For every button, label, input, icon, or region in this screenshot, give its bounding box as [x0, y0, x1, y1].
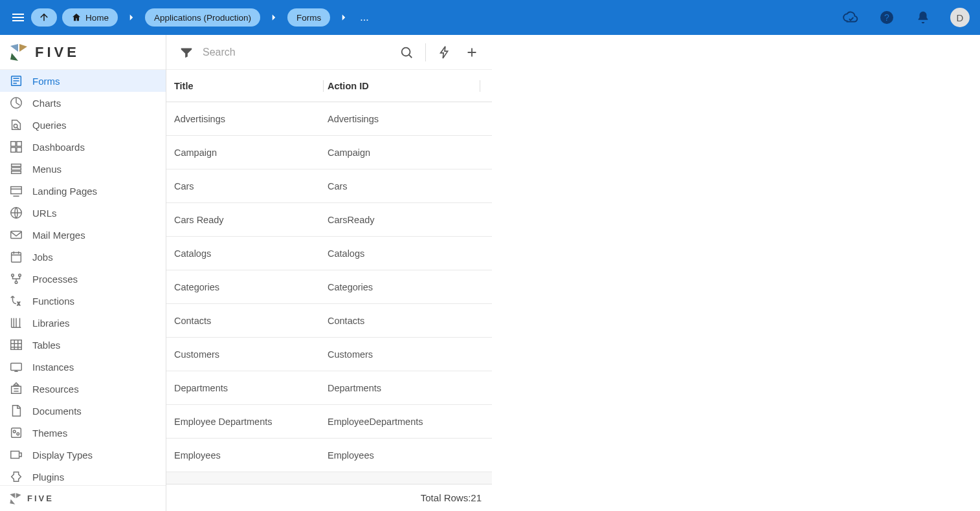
table-row[interactable]: EmployeesEmployees — [166, 439, 492, 472]
svg-rect-28 — [11, 451, 19, 459]
sidebar-item-label: Menus — [32, 164, 61, 175]
sidebar-item-urls[interactable]: URLs — [0, 202, 166, 224]
svg-point-26 — [13, 430, 16, 433]
breadcrumb-ellipsis[interactable]: ... — [357, 12, 371, 23]
list-footer: Total Rows: 21 — [166, 484, 492, 511]
sidebar-item-themes[interactable]: Themes — [0, 422, 166, 444]
footer-logo-text: FIVE — [27, 494, 54, 503]
lightning-icon[interactable] — [434, 41, 456, 63]
column-title[interactable]: Title — [174, 81, 328, 91]
table-row[interactable]: CarsCars — [166, 169, 492, 203]
chevron-right-icon — [335, 12, 352, 23]
sidebar-item-mail-merges[interactable]: Mail Merges — [0, 224, 166, 246]
cell-action-id: Contacts — [328, 316, 484, 326]
cell-title: Catalogs — [174, 248, 328, 259]
app-header: Home Applications (Production) Forms ...… — [0, 0, 980, 35]
list-panel: Title Action ID AdvertisingsAdvertisings… — [166, 35, 492, 511]
sidebar-item-functions[interactable]: xFunctions — [0, 290, 166, 312]
sidebar-item-menus[interactable]: Menus — [0, 158, 166, 180]
table-row[interactable]: Cars ReadyCarsReady — [166, 203, 492, 237]
svg-rect-10 — [11, 147, 16, 152]
home-icon — [71, 12, 82, 23]
svg-point-6 — [11, 98, 22, 109]
table-row[interactable]: CampaignCampaign — [166, 136, 492, 169]
sidebar: FIVE FormsChartsQueriesDashboardsMenusLa… — [0, 35, 166, 511]
search-icon[interactable] — [395, 41, 418, 63]
filter-icon[interactable] — [175, 41, 197, 63]
chevron-right-icon — [123, 12, 140, 23]
sidebar-item-forms[interactable]: Forms — [0, 70, 166, 92]
cell-title: Cars — [174, 181, 328, 191]
sidebar-item-charts[interactable]: Charts — [0, 92, 166, 114]
sidebar-item-resources[interactable]: Resources — [0, 378, 166, 400]
column-headers: Title Action ID — [166, 70, 492, 102]
sidebar-item-label: Themes — [32, 428, 67, 439]
bell-icon[interactable] — [914, 8, 932, 27]
search-input[interactable] — [203, 47, 390, 58]
breadcrumb-applications[interactable]: Applications (Production) — [145, 8, 260, 27]
svg-rect-17 — [11, 232, 22, 239]
sidebar-item-landing-pages[interactable]: Landing Pages — [0, 180, 166, 202]
table-row[interactable]: AdvertisingsAdvertisings — [166, 102, 492, 136]
table-row[interactable]: Employee DepartmentsEmployeeDepartments — [166, 405, 492, 439]
sidebar-item-documents[interactable]: Documents — [0, 400, 166, 422]
table-row[interactable]: ContactsContacts — [166, 304, 492, 338]
breadcrumb-home[interactable]: Home — [62, 8, 118, 27]
logo: FIVE — [0, 35, 166, 70]
sidebar-item-label: Resources — [32, 384, 79, 395]
table-row[interactable]: CategoriesCategories — [166, 270, 492, 304]
sidebar-item-label: Charts — [32, 98, 61, 109]
svg-point-7 — [14, 124, 17, 128]
sidebar-item-dashboards[interactable]: Dashboards — [0, 136, 166, 158]
breadcrumb-up[interactable] — [31, 8, 57, 27]
cloud-icon[interactable] — [841, 8, 860, 27]
cell-title: Cars Ready — [174, 215, 328, 225]
svg-rect-14 — [12, 171, 21, 174]
sidebar-item-label: Libraries — [32, 318, 70, 329]
svg-marker-4 — [10, 53, 18, 61]
cell-title: Advertisings — [174, 114, 328, 124]
sidebar-item-processes[interactable]: Processes — [0, 268, 166, 290]
avatar[interactable]: D — [950, 8, 970, 27]
sidebar-item-plugins[interactable]: Plugins — [0, 466, 166, 485]
sidebar-item-label: Instances — [32, 362, 74, 373]
cell-action-id: Departments — [328, 383, 484, 393]
cell-action-id: Customers — [328, 349, 484, 360]
sidebar-item-jobs[interactable]: Jobs — [0, 246, 166, 268]
sidebar-item-queries[interactable]: Queries — [0, 114, 166, 136]
add-icon[interactable] — [461, 41, 483, 63]
table-row[interactable]: DepartmentsDepartments — [166, 371, 492, 405]
cell-title: Customers — [174, 349, 328, 360]
sidebar-item-label: Documents — [32, 406, 82, 417]
rows-scroll[interactable]: AdvertisingsAdvertisingsCampaignCampaign… — [166, 102, 492, 484]
sidebar-item-libraries[interactable]: Libraries — [0, 312, 166, 334]
sidebar-footer-logo: FIVE — [0, 485, 166, 511]
svg-point-21 — [15, 281, 17, 284]
sidebar-item-display-types[interactable]: Display Types — [0, 444, 166, 466]
table-row[interactable]: CatalogsCatalogs — [166, 237, 492, 270]
search-toolbar — [166, 35, 492, 70]
svg-rect-24 — [11, 364, 22, 371]
column-action-id[interactable]: Action ID — [328, 81, 484, 91]
svg-rect-13 — [12, 168, 21, 170]
svg-rect-18 — [12, 253, 21, 263]
svg-rect-15 — [11, 187, 22, 194]
svg-rect-5 — [12, 76, 21, 86]
cell-title: Campaign — [174, 147, 328, 158]
help-icon[interactable]: ? — [878, 8, 896, 27]
menu-icon[interactable] — [10, 10, 26, 25]
sidebar-item-label: Landing Pages — [32, 186, 97, 197]
svg-point-27 — [17, 433, 19, 435]
table-row[interactable]: CustomersCustomers — [166, 338, 492, 371]
svg-rect-23 — [11, 340, 22, 350]
svg-rect-12 — [12, 164, 21, 167]
sidebar-item-instances[interactable]: Instances — [0, 356, 166, 378]
sidebar-item-label: URLs — [32, 208, 57, 219]
sidebar-item-tables[interactable]: Tables — [0, 334, 166, 356]
svg-rect-11 — [17, 147, 21, 152]
breadcrumb-forms[interactable]: Forms — [287, 8, 330, 27]
total-rows-label: Total Rows: — [421, 492, 471, 503]
sidebar-item-label: Jobs — [32, 252, 53, 263]
cell-action-id: Advertisings — [328, 114, 484, 124]
cell-title: Categories — [174, 282, 328, 292]
